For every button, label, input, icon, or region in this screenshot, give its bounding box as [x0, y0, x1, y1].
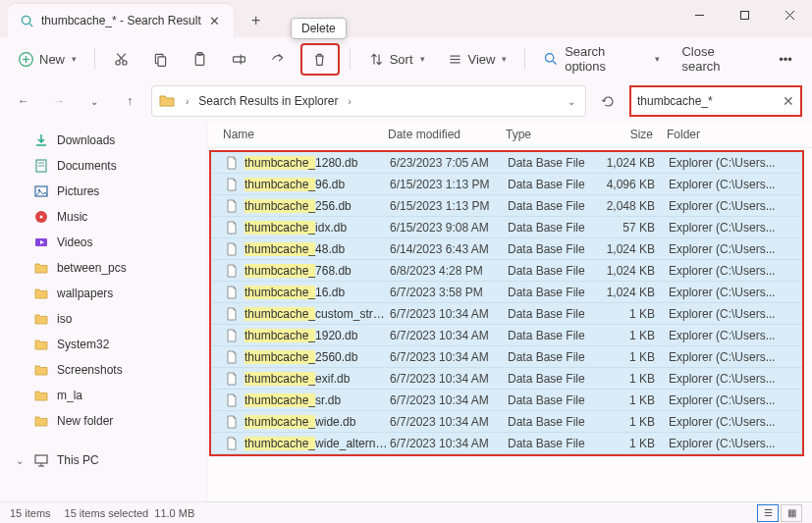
back-button[interactable]: ← — [10, 87, 37, 115]
table-row[interactable]: thumbcache_1280.db6/23/2023 7:05 AMData … — [211, 152, 802, 174]
tab-search-result[interactable]: thumbcache_* - Search Result ✕ — [8, 4, 234, 37]
rename-icon — [231, 51, 247, 68]
cell-date: 6/15/2023 1:13 PM — [390, 178, 508, 191]
table-row[interactable]: thumbcache_wide_alternate.db6/7/2023 10:… — [211, 433, 802, 454]
sidebar-item[interactable]: Downloads — [10, 128, 206, 153]
sidebar: DownloadsDocumentsPicturesMusicVideosbet… — [0, 122, 206, 501]
table-row[interactable]: thumbcache_1920.db6/7/2023 10:34 AMData … — [211, 325, 802, 346]
chevron-right-icon[interactable]: › — [182, 96, 192, 107]
copy-button[interactable] — [144, 46, 178, 73]
sidebar-item-label: Pictures — [57, 184, 99, 198]
view-button[interactable]: View▾ — [439, 46, 515, 73]
expand-icon[interactable]: ⌄ — [14, 455, 26, 466]
up-button[interactable]: ↑ — [116, 87, 143, 115]
sidebar-item[interactable]: Pictures — [10, 179, 206, 204]
more-button[interactable]: ••• — [769, 47, 802, 72]
svg-rect-15 — [195, 54, 204, 65]
sidebar-item[interactable]: wallpapers — [10, 281, 206, 306]
address-row: ← → ⌄ ↑ › Search Results in Explorer › ⌄… — [0, 80, 812, 122]
forward-button[interactable]: → — [45, 87, 73, 115]
details-view-toggle[interactable]: ☰ — [757, 504, 779, 522]
chevron-right-icon[interactable]: › — [344, 96, 354, 107]
cell-type: Data Base File — [508, 156, 606, 170]
cell-folder: Explorer (C:\Users... — [669, 199, 802, 213]
table-row[interactable]: thumbcache_768.db6/8/2023 4:28 PMData Ba… — [211, 260, 802, 282]
cell-date: 6/15/2023 9:08 AM — [390, 221, 508, 235]
file-icon — [225, 350, 239, 364]
toolbar: New▾ Sort▾ View▾ Search options▾ Close s… — [0, 37, 812, 80]
minimize-button[interactable] — [677, 0, 722, 29]
col-date[interactable]: Date modified — [388, 128, 506, 141]
thumbnails-view-toggle[interactable]: ▦ — [781, 504, 802, 522]
sidebar-item-label: Downloads — [57, 133, 115, 147]
table-row[interactable]: thumbcache_exif.db6/7/2023 10:34 AMData … — [211, 368, 802, 390]
close-window-button[interactable] — [767, 0, 812, 29]
search-options-button[interactable]: Search options▾ — [535, 39, 668, 78]
paste-button[interactable] — [183, 46, 216, 73]
pic-icon — [33, 183, 49, 199]
table-row[interactable]: thumbcache_2560.db6/7/2023 10:34 AMData … — [211, 346, 802, 368]
table-row[interactable]: thumbcache_custom_stream.db6/7/2023 10:3… — [211, 303, 802, 325]
cell-date: 6/7/2023 10:34 AM — [390, 350, 508, 364]
table-row[interactable]: thumbcache_idx.db6/15/2023 9:08 AMData B… — [211, 217, 802, 238]
close-search-button[interactable]: Close search — [674, 39, 763, 78]
col-size[interactable]: Size — [604, 128, 667, 141]
table-row[interactable]: thumbcache_16.db6/7/2023 3:58 PMData Bas… — [211, 282, 802, 303]
sidebar-item-label: between_pcs — [57, 261, 127, 275]
content-pane: Name Date modified Type Size Folder thum… — [206, 122, 812, 501]
col-name[interactable]: Name — [223, 128, 388, 141]
cell-date: 6/14/2023 6:43 AM — [390, 242, 508, 256]
table-row[interactable]: thumbcache_96.db6/15/2023 1:13 PMData Ba… — [211, 174, 802, 195]
sidebar-item[interactable]: New folder — [10, 408, 206, 434]
cell-name: thumbcache_wide.db — [244, 415, 390, 429]
file-icon — [225, 264, 239, 278]
cell-type: Data Base File — [508, 178, 606, 191]
chevron-down-icon[interactable]: ⌄ — [564, 96, 579, 107]
sidebar-item[interactable]: Videos — [10, 230, 206, 255]
cell-date: 6/7/2023 3:58 PM — [390, 286, 508, 299]
sidebar-item[interactable]: System32 — [10, 332, 206, 357]
folder-icon — [33, 337, 49, 352]
search-box[interactable]: thumbcache_* ✕ — [629, 85, 802, 117]
sidebar-item[interactable]: m_la — [10, 383, 206, 408]
table-row[interactable]: thumbcache_sr.db6/7/2023 10:34 AMData Ba… — [211, 390, 802, 411]
sidebar-item-this-pc[interactable]: ⌄This PC — [10, 447, 206, 473]
sidebar-item[interactable]: Documents — [10, 153, 206, 179]
cell-name: thumbcache_sr.db — [244, 393, 390, 407]
col-folder[interactable]: Folder — [667, 128, 812, 141]
sort-button[interactable]: Sort▾ — [360, 46, 433, 73]
refresh-button[interactable] — [594, 87, 622, 115]
sidebar-item-label: New folder — [57, 414, 113, 428]
sidebar-item[interactable]: iso — [10, 306, 206, 332]
new-button[interactable]: New▾ — [10, 46, 84, 73]
sidebar-item[interactable]: between_pcs — [10, 255, 206, 281]
table-row[interactable]: thumbcache_48.db6/14/2023 6:43 AMData Ba… — [211, 238, 802, 260]
clear-search-icon[interactable]: ✕ — [783, 93, 794, 109]
file-icon — [225, 156, 239, 170]
cell-name: thumbcache_1920.db — [244, 329, 390, 342]
svg-point-9 — [116, 60, 120, 64]
share-button[interactable] — [261, 46, 295, 73]
cell-name: thumbcache_1280.db — [244, 156, 390, 170]
search-query-text: thumbcache_* — [637, 94, 783, 108]
table-row[interactable]: thumbcache_wide.db6/7/2023 10:34 AMData … — [211, 411, 802, 433]
cell-size: 1 KB — [606, 415, 669, 429]
col-type[interactable]: Type — [506, 128, 604, 141]
cut-button[interactable] — [105, 46, 138, 73]
cell-size: 1,024 KB — [606, 286, 669, 299]
delete-button[interactable] — [303, 46, 337, 73]
rename-button[interactable] — [222, 46, 255, 73]
tab-close-icon[interactable]: ✕ — [208, 14, 222, 27]
address-bar[interactable]: › Search Results in Explorer › ⌄ — [151, 85, 586, 117]
breadcrumb-segment[interactable]: Search Results in Explorer — [198, 94, 338, 108]
cell-type: Data Base File — [508, 437, 606, 450]
sidebar-item[interactable]: Screenshots — [10, 357, 206, 383]
svg-point-10 — [123, 60, 127, 64]
new-tab-button[interactable]: + — [242, 6, 271, 35]
table-row[interactable]: thumbcache_256.db6/15/2023 1:13 PMData B… — [211, 195, 802, 217]
maximize-button[interactable] — [722, 0, 767, 29]
sidebar-item[interactable]: Music — [10, 204, 206, 230]
cell-size: 1,024 KB — [606, 156, 669, 170]
pc-icon — [33, 452, 49, 468]
recent-locations-button[interactable]: ⌄ — [81, 87, 108, 115]
